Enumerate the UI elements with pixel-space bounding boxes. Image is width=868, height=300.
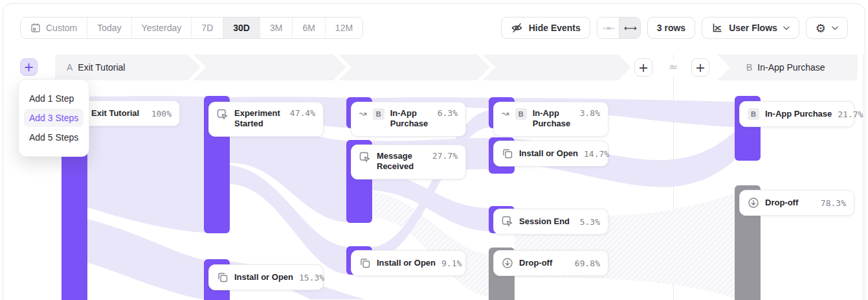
active-event-icon bbox=[502, 216, 513, 227]
menu-item-add-1-step[interactable]: Add 1 Step bbox=[24, 89, 83, 108]
install-squares-icon bbox=[217, 271, 228, 283]
install-squares-icon bbox=[359, 257, 371, 269]
date-30d-button[interactable]: 30D bbox=[223, 17, 260, 38]
flow-node-drop-off-final[interactable]: Drop-off 78.3% bbox=[739, 190, 854, 216]
step-b-label: In-App Purchase bbox=[757, 62, 825, 73]
step-b-badge: B bbox=[746, 62, 752, 73]
view-selector-label: User Flows bbox=[729, 23, 777, 33]
step-a-header[interactable]: A Exit Tutorial bbox=[67, 54, 125, 80]
node-value: 14.7% bbox=[584, 149, 609, 159]
date-7d-button[interactable]: 7D bbox=[191, 17, 223, 38]
menu-item-add-3-steps[interactable]: Add 3 Steps bbox=[24, 109, 83, 127]
toolbar-right-group: Hide Events →← ←→ 3 rows User Flows bbox=[501, 17, 848, 39]
node-value: 21.7% bbox=[838, 110, 863, 119]
date-today-button[interactable]: Today bbox=[87, 17, 131, 38]
flow-node-install-or-open-step4[interactable]: Install or Open 14.7% bbox=[493, 141, 608, 167]
flow-node-install-or-open-step2[interactable]: Install or Open 15.3% bbox=[208, 264, 324, 290]
date-yesterday-button[interactable]: Yesterday bbox=[131, 17, 192, 38]
date-12m-button[interactable]: 12M bbox=[325, 17, 362, 38]
node-label: In-App Purchase bbox=[765, 109, 832, 119]
expand-arrows-icon: ←→ bbox=[624, 23, 636, 33]
redirect-arrow-icon: ↝ bbox=[359, 109, 367, 118]
collapse-columns-button[interactable]: →← bbox=[597, 17, 619, 38]
calendar-icon bbox=[30, 23, 41, 33]
approx-divider-icon: ≈ bbox=[665, 60, 681, 73]
node-label: In-App Purchase bbox=[533, 108, 574, 129]
step-a-badge: A bbox=[67, 62, 72, 73]
user-flows-panel: Custom Today Yesterday 7D 30D 3M 6M 12M … bbox=[0, 0, 868, 300]
node-label: Drop-off bbox=[765, 198, 798, 208]
step-header-band bbox=[0, 54, 868, 80]
flow-node-in-app-purchase-final[interactable]: B In-App Purchase 21.7% bbox=[739, 101, 854, 127]
add-step-left-button[interactable]: + bbox=[20, 58, 38, 76]
date-range-picker: Custom Today Yesterday 7D 30D 3M 6M 12M bbox=[20, 17, 363, 39]
flow-node-install-or-open-step3[interactable]: Install or Open 9.1% bbox=[351, 250, 466, 276]
node-value: 5.3% bbox=[580, 217, 600, 227]
drop-off-icon bbox=[748, 197, 759, 209]
toolbar: Custom Today Yesterday 7D 30D 3M 6M 12M … bbox=[0, 17, 868, 39]
node-label: Message Received bbox=[377, 151, 427, 172]
step-b-badge: B bbox=[515, 108, 527, 120]
add-steps-dropdown-menu: Add 1 Step Add 3 Steps Add 5 Steps bbox=[18, 79, 89, 157]
flow-node-session-end[interactable]: Session End 5.3% bbox=[493, 209, 608, 235]
install-squares-icon bbox=[502, 148, 513, 159]
add-step-before-b-button[interactable]: + bbox=[691, 58, 709, 76]
step-b-header[interactable]: B In-App Purchase bbox=[746, 54, 825, 80]
node-value: 27.7% bbox=[432, 151, 458, 161]
collapse-expand-control: →← ←→ bbox=[597, 17, 641, 39]
node-label: In-App Purchase bbox=[390, 108, 432, 129]
flow-node-drop-off-step4[interactable]: Drop-off 69.8% bbox=[493, 250, 608, 276]
view-selector-dropdown[interactable]: User Flows bbox=[702, 17, 799, 39]
hide-events-label: Hide Events bbox=[529, 23, 581, 33]
node-label: Install or Open bbox=[377, 258, 436, 268]
expand-columns-button[interactable]: ←→ bbox=[619, 17, 640, 38]
date-6m-button[interactable]: 6M bbox=[292, 17, 324, 38]
node-value: 78.3% bbox=[821, 198, 846, 208]
node-label: Experiment Started bbox=[234, 108, 284, 129]
node-value: 69.8% bbox=[575, 259, 600, 268]
menu-item-add-5-steps[interactable]: Add 5 Steps bbox=[24, 128, 83, 146]
step-b-badge: B bbox=[373, 108, 384, 120]
flow-node-message-received[interactable]: Message Received 27.7% bbox=[351, 144, 466, 179]
flow-node-in-app-purchase-step3[interactable]: ↝ B In-App Purchase 6.3% bbox=[351, 102, 466, 137]
chevron-down-icon bbox=[832, 26, 838, 30]
active-event-icon bbox=[359, 152, 371, 163]
node-value: 47.4% bbox=[290, 108, 315, 118]
node-label: Session End bbox=[519, 216, 570, 227]
node-value: 15.3% bbox=[299, 273, 324, 283]
flows-chart-icon bbox=[711, 22, 723, 34]
flow-node-in-app-purchase-step4[interactable]: ↝ B In-App Purchase 3.8% bbox=[493, 102, 608, 137]
eye-off-icon bbox=[511, 22, 523, 34]
date-custom-label: Custom bbox=[46, 23, 77, 33]
hide-events-button[interactable]: Hide Events bbox=[501, 17, 590, 39]
node-label: Install or Open bbox=[519, 148, 578, 159]
settings-button[interactable]: ⚙ bbox=[806, 17, 848, 39]
redirect-arrow-icon: ↝ bbox=[502, 109, 509, 118]
chevron-down-icon bbox=[783, 26, 790, 30]
step-a-label: Exit Tutorial bbox=[78, 62, 125, 73]
rows-button[interactable]: 3 rows bbox=[647, 17, 695, 39]
active-event-icon bbox=[217, 109, 228, 121]
flow-node-experiment-started[interactable]: Experiment Started 47.4% bbox=[208, 102, 324, 137]
node-label: Exit Tutorial bbox=[91, 108, 139, 119]
collapse-arrows-icon: →← bbox=[602, 23, 614, 33]
date-3m-button[interactable]: 3M bbox=[260, 17, 292, 38]
gear-icon: ⚙ bbox=[816, 21, 826, 35]
step-b-badge: B bbox=[748, 108, 759, 120]
node-label: Drop-off bbox=[519, 258, 552, 268]
drop-off-icon bbox=[502, 257, 513, 269]
date-custom-button[interactable]: Custom bbox=[21, 17, 87, 38]
add-step-after-a-button[interactable]: + bbox=[634, 58, 652, 76]
node-value: 6.3% bbox=[438, 108, 458, 118]
node-value: 100% bbox=[151, 109, 172, 119]
node-label: Install or Open bbox=[234, 272, 293, 283]
node-value: 3.8% bbox=[580, 108, 600, 118]
node-value: 9.1% bbox=[441, 259, 462, 268]
